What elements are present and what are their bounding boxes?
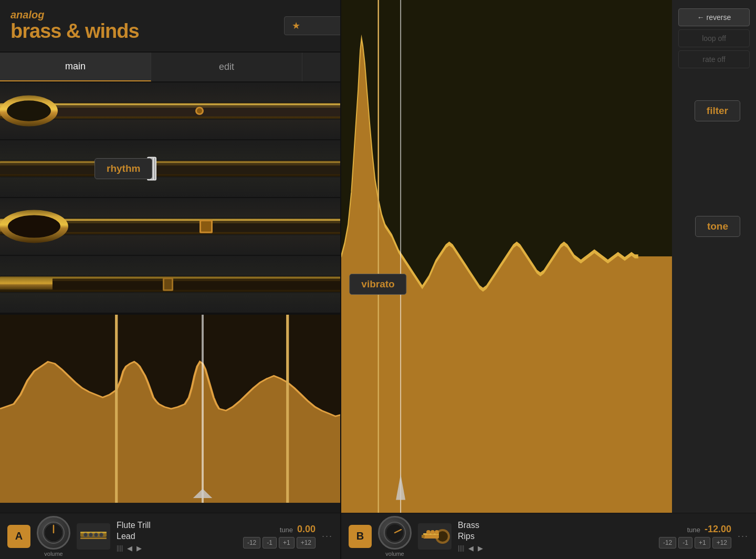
tune-steps-b: -12 -1 +1 +12 (659, 537, 731, 548)
app-logo: analog brass & winds (10, 9, 139, 43)
svg-point-74 (100, 533, 103, 536)
panel-b: ← reverse loop off rate off (341, 0, 756, 513)
more-options-a[interactable]: ··· (322, 531, 333, 542)
svg-point-73 (94, 533, 98, 536)
waveform-b-svg (341, 0, 672, 513)
svg-point-89 (430, 530, 435, 534)
instrument-nav-b: |||| ◀ ▶ (458, 544, 653, 552)
more-options-b[interactable]: ··· (738, 531, 749, 542)
bottom-section: ← reverse ⟳ loop 1 bar A volume (0, 314, 756, 503)
next-instrument-a[interactable]: ▶ (136, 544, 142, 552)
tab-main-label: main (65, 61, 86, 72)
volume-b-wrap: volume (378, 516, 412, 557)
tune-step-b-minus12[interactable]: -12 (659, 537, 676, 548)
prev-instrument-a[interactable]: ◀ (127, 544, 132, 552)
tune-section-b: tune -12.00 -12 -1 +1 +12 (659, 524, 731, 548)
tune-steps-a: -12 -1 +1 +12 (243, 537, 316, 548)
tune-value-a: tune 0.00 (280, 524, 316, 535)
power-button-b[interactable]: B (349, 525, 372, 548)
reverse-button-b[interactable]: ← reverse (678, 8, 750, 26)
svg-rect-66 (80, 532, 107, 533)
svg-rect-87 (422, 535, 425, 538)
svg-point-14 (197, 108, 202, 113)
panel-b-controls: ← reverse loop off rate off (672, 0, 756, 513)
vibrato-label[interactable]: vibrato (349, 274, 406, 295)
tone-label[interactable]: tone (695, 216, 740, 237)
svg-point-34 (8, 215, 60, 237)
tune-section-a: tune 0.00 -12 -1 +1 +12 (243, 524, 316, 548)
instrument-thumb-a (77, 523, 110, 550)
panel-a-bottom: A volume (0, 513, 340, 559)
svg-rect-26 (154, 158, 155, 179)
instrument-info-b: Brass Rips |||| ◀ ▶ (458, 520, 653, 552)
tune-step-a-minus1[interactable]: -1 (262, 537, 277, 548)
instrument-name-a: Flute Trill Lead (117, 520, 237, 542)
tune-step-b-minus1[interactable]: -1 (678, 537, 692, 548)
volume-label-a: volume (44, 551, 62, 557)
volume-label-b: volume (385, 551, 404, 557)
tune-value-b: tune -12.00 (687, 524, 731, 535)
volume-knob-a[interactable] (37, 516, 70, 550)
next-instrument-b[interactable]: ▶ (478, 544, 483, 552)
instrument-thumb-b (418, 523, 452, 550)
svg-point-88 (426, 530, 430, 534)
filter-label[interactable]: filter (695, 100, 740, 121)
logo-analog: analog (10, 9, 139, 20)
svg-rect-36 (201, 221, 211, 232)
volume-knob-b[interactable] (378, 516, 412, 550)
tune-step-a-plus1[interactable]: +1 (279, 537, 295, 548)
logo-main: brass & winds (10, 20, 139, 43)
waveform-b (341, 0, 672, 513)
instrument-name-b: Brass Rips (458, 520, 653, 542)
rhythm-label[interactable]: rhythm (94, 158, 152, 179)
volume-a-wrap: volume (37, 516, 70, 557)
svg-rect-85 (423, 534, 439, 539)
favorite-star[interactable]: ★ (292, 20, 300, 32)
tune-step-a-plus12[interactable]: +12 (297, 537, 316, 548)
loop-button-b[interactable]: loop off (678, 29, 750, 47)
svg-point-71 (84, 533, 87, 536)
tab-edit[interactable]: edit (151, 53, 302, 81)
tune-step-b-plus1[interactable]: +1 (695, 537, 710, 548)
tab-edit-label: edit (219, 61, 234, 73)
tab-main[interactable]: main (0, 53, 151, 81)
tune-step-b-plus12[interactable]: +12 (712, 537, 731, 548)
prev-instrument-b[interactable]: ◀ (468, 544, 474, 552)
panel-divider (340, 0, 341, 559)
svg-point-72 (89, 533, 92, 536)
svg-rect-50 (164, 279, 172, 289)
panel-b-bottom: B volume (341, 513, 756, 559)
svg-point-90 (435, 530, 439, 534)
tune-step-a-minus12[interactable]: -12 (243, 537, 260, 548)
instrument-nav-a: |||| ◀ ▶ (117, 544, 237, 552)
svg-point-8 (7, 100, 51, 121)
svg-rect-75 (80, 537, 107, 539)
bar-button-b[interactable]: rate off (678, 50, 750, 68)
instrument-info-a: Flute Trill Lead |||| ◀ ▶ (117, 520, 237, 552)
power-button-a[interactable]: A (7, 525, 30, 548)
